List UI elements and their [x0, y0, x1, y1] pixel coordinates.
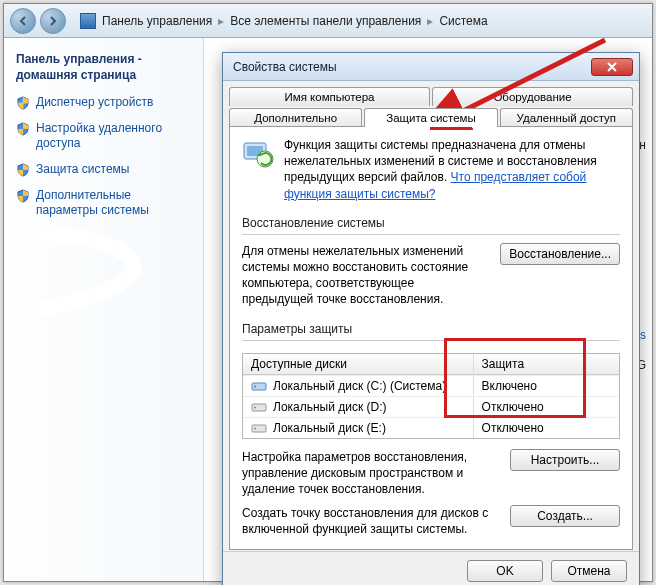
- dialog-titlebar[interactable]: Свойства системы: [223, 53, 639, 81]
- breadcrumb-item[interactable]: Система: [439, 14, 487, 28]
- tab-system-protection[interactable]: Защита системы: [364, 108, 497, 127]
- control-panel-icon: [80, 13, 96, 29]
- arrow-right-icon: [47, 15, 59, 27]
- breadcrumb-label: Система: [439, 14, 487, 28]
- sidebar-item-advanced-settings[interactable]: Дополнительные параметры системы: [16, 188, 191, 219]
- drive-status: Отключено: [474, 418, 619, 438]
- sidebar-item-label: Диспетчер устройств: [36, 95, 153, 111]
- back-button[interactable]: [10, 8, 36, 34]
- dialog-title: Свойства системы: [233, 60, 591, 74]
- tab-hardware[interactable]: Оборудование: [432, 87, 633, 106]
- sidebar-heading: Панель управления - домашняя страница: [16, 52, 191, 83]
- svg-point-6: [254, 406, 256, 408]
- table-row[interactable]: Локальный диск (C:) (Система) Включено: [243, 375, 619, 396]
- group-protection-title: Параметры защиты: [242, 322, 620, 336]
- configure-button[interactable]: Настроить...: [510, 449, 620, 471]
- sidebar-item-device-manager[interactable]: Диспетчер устройств: [16, 95, 191, 111]
- close-icon: [606, 62, 618, 72]
- cancel-button[interactable]: Отмена: [551, 560, 627, 582]
- shield-icon: [16, 189, 30, 203]
- shield-icon: [16, 96, 30, 110]
- create-button[interactable]: Создать...: [510, 505, 620, 527]
- breadcrumb-item[interactable]: Все элементы панели управления▸: [230, 14, 433, 28]
- drive-icon: [251, 422, 267, 434]
- breadcrumb-item[interactable]: Панель управления▸: [102, 14, 224, 28]
- svg-point-8: [254, 427, 256, 429]
- sidebar-item-label: Защита системы: [36, 162, 129, 178]
- tab-label: Дополнительно: [254, 112, 337, 124]
- shield-icon: [16, 163, 30, 177]
- arrow-left-icon: [17, 15, 29, 27]
- drive-name: Локальный диск (C:) (Система): [273, 379, 446, 393]
- system-properties-dialog: Свойства системы Имя компьютера Оборудов…: [222, 52, 640, 585]
- configure-description: Настройка параметров восстановления, упр…: [242, 449, 498, 498]
- dialog-footer: OK Отмена: [223, 551, 639, 585]
- create-description: Создать точку восстановления для дисков …: [242, 505, 498, 537]
- breadcrumb-label: Панель управления: [102, 14, 212, 28]
- sidebar: Панель управления - домашняя страница Ди…: [4, 38, 204, 581]
- tab-label: Оборудование: [493, 91, 571, 103]
- tab-advanced[interactable]: Дополнительно: [229, 108, 362, 127]
- shield-icon: [16, 122, 30, 136]
- drive-name: Локальный диск (E:): [273, 421, 386, 435]
- forward-button[interactable]: [40, 8, 66, 34]
- col-header-drive: Доступные диски: [243, 354, 474, 374]
- tab-label: Имя компьютера: [285, 91, 375, 103]
- drives-table[interactable]: Доступные диски Защита Локальный диск (C…: [242, 353, 620, 439]
- tab-strip: Имя компьютера Оборудование Дополнительн…: [223, 81, 639, 127]
- group-restore-title: Восстановление системы: [242, 216, 620, 230]
- drive-status: Отключено: [474, 397, 619, 417]
- breadcrumb-label: Все элементы панели управления: [230, 14, 421, 28]
- sidebar-item-remote-access[interactable]: Настройка удаленного доступа: [16, 121, 191, 152]
- col-header-status: Защита: [474, 354, 619, 374]
- restore-button[interactable]: Восстановление...: [500, 243, 620, 265]
- drive-icon: [251, 401, 267, 413]
- sidebar-item-system-protection[interactable]: Защита системы: [16, 162, 191, 178]
- tab-label: Удаленный доступ: [517, 112, 616, 124]
- toolbar: Панель управления▸ Все элементы панели у…: [4, 4, 652, 38]
- system-protection-icon: [242, 137, 274, 169]
- table-row[interactable]: Локальный диск (E:) Отключено: [243, 417, 619, 438]
- info-text: Функция защиты системы предназначена для…: [284, 137, 620, 202]
- chevron-right-icon: ▸: [218, 14, 224, 28]
- close-button[interactable]: [591, 58, 633, 76]
- drive-icon: [251, 380, 267, 392]
- ok-button[interactable]: OK: [467, 560, 543, 582]
- tab-computer-name[interactable]: Имя компьютера: [229, 87, 430, 106]
- sidebar-item-label: Настройка удаленного доступа: [36, 121, 191, 152]
- sidebar-item-label: Дополнительные параметры системы: [36, 188, 191, 219]
- drive-status: Включено: [474, 376, 619, 396]
- tab-remote[interactable]: Удаленный доступ: [500, 108, 633, 127]
- svg-point-4: [254, 385, 256, 387]
- drive-name: Локальный диск (D:): [273, 400, 387, 414]
- chevron-right-icon: ▸: [427, 14, 433, 28]
- tab-label: Защита системы: [386, 112, 476, 124]
- restore-description: Для отмены нежелательных изменений систе…: [242, 243, 488, 308]
- tab-panel-system-protection: Функция защиты системы предназначена для…: [229, 126, 633, 550]
- table-row[interactable]: Локальный диск (D:) Отключено: [243, 396, 619, 417]
- breadcrumb: Панель управления▸ Все элементы панели у…: [80, 13, 488, 29]
